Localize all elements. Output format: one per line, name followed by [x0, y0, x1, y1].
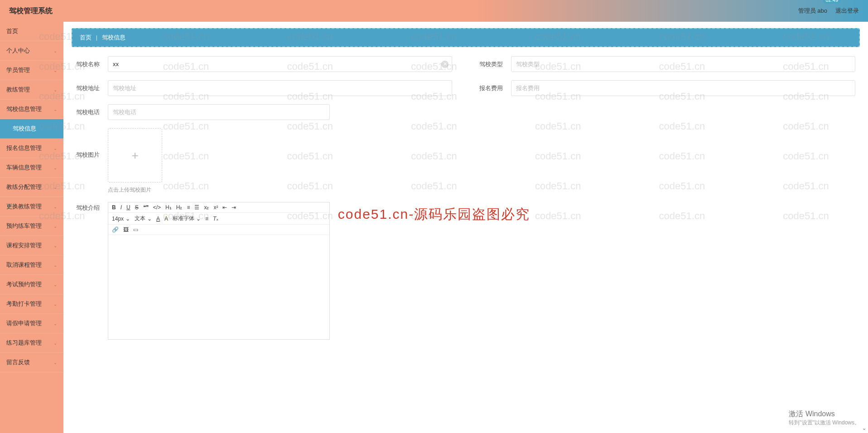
code-icon[interactable]: </> — [153, 204, 161, 211]
breadcrumb-home[interactable]: 首页 — [80, 34, 92, 41]
sidebar-item-7[interactable]: 车辆信息管理⌄ — [0, 158, 63, 178]
sidebar-item-16[interactable]: 练习题库管理⌄ — [0, 333, 63, 353]
user-label[interactable]: 管理员 abo — [798, 7, 827, 15]
chevron-down-icon: ⌄ — [53, 165, 57, 170]
underline-icon[interactable]: U — [126, 204, 130, 211]
sidebar-item-5[interactable]: 驾校信息 — [0, 119, 63, 139]
label-school-address: 驾校地址 — [76, 84, 108, 92]
sidebar-item-label: 车辆信息管理 — [6, 164, 42, 172]
outdent-icon[interactable]: ⇤ — [222, 204, 227, 211]
input-school-name[interactable] — [108, 56, 452, 72]
chevron-down-icon: ⌄ — [53, 360, 57, 365]
unordered-list-icon[interactable]: ☰ — [194, 204, 199, 211]
label-school-name: 驾校名称 — [76, 60, 108, 68]
sidebar-item-label: 留言反馈 — [6, 358, 30, 366]
main-content: 首页 | 驾校信息 驾校名称 ✕ 驾校类型 — [63, 22, 868, 433]
italic-icon[interactable]: I — [121, 204, 122, 211]
sidebar-item-label: 练习题库管理 — [6, 339, 42, 347]
editor-toolbar-3: 🔗 🖼 ▭ — [108, 225, 329, 235]
editor-body[interactable] — [108, 235, 329, 339]
input-fee[interactable] — [511, 80, 855, 96]
upload-box[interactable]: + — [108, 128, 162, 183]
sidebar-item-12[interactable]: 取消课程管理⌄ — [0, 255, 63, 275]
input-school-type[interactable] — [511, 56, 855, 72]
chevron-down-icon: ⌄ — [53, 243, 57, 248]
sidebar-item-label: 课程安排管理 — [6, 241, 42, 250]
chevron-down-icon: ⌄ — [53, 185, 57, 190]
clear-format-icon[interactable]: Tₓ — [213, 216, 218, 222]
chevron-down-icon[interactable]: ⌄ — [862, 425, 866, 431]
sidebar-item-label: 教练管理 — [6, 86, 30, 94]
chevron-down-icon: ⌄ — [53, 263, 57, 268]
sidebar-item-11[interactable]: 课程安排管理⌄ — [0, 236, 63, 255]
label-school-image: 驾校图片 — [76, 128, 108, 159]
sidebar: 首页个人中心⌄学员管理⌄教练管理⌄驾校信息管理⌄驾校信息报名信息管理⌄车辆信息管… — [0, 22, 63, 433]
font-family-select[interactable]: 标准字体 ⌄ — [173, 215, 201, 222]
align-icon[interactable]: ≡ — [205, 216, 208, 222]
sidebar-item-10[interactable]: 预约练车管理⌄ — [0, 216, 63, 236]
indent-icon[interactable]: ⇥ — [231, 204, 236, 211]
sidebar-item-label: 驾校信息 — [13, 125, 36, 133]
sidebar-item-4[interactable]: 驾校信息管理⌄ — [0, 100, 63, 119]
subscript-icon[interactable]: x₂ — [204, 204, 209, 211]
chevron-down-icon: ⌄ — [196, 216, 201, 222]
video-icon[interactable]: ▭ — [133, 226, 138, 233]
sidebar-item-9[interactable]: 更换教练管理⌄ — [0, 197, 63, 216]
logout-link[interactable]: 退出登录 — [835, 7, 859, 15]
sidebar-item-label: 学员管理 — [6, 66, 30, 74]
link-icon[interactable]: 🔗 — [112, 226, 119, 233]
clock-badge: 02:49 — [823, 0, 841, 4]
activate-sub: 转到"设置"以激活 Windows。 — [789, 419, 860, 427]
bold-icon[interactable]: B — [112, 204, 116, 211]
clear-icon[interactable]: ✕ — [441, 61, 448, 68]
sidebar-item-label: 考试预约管理 — [6, 280, 42, 289]
header-right: 02:49 管理员 abo 退出登录 — [798, 7, 859, 15]
chevron-down-icon: ⌄ — [53, 48, 57, 53]
chevron-down-icon: ⌄ — [147, 216, 152, 222]
sidebar-item-13[interactable]: 考试预约管理⌄ — [0, 275, 63, 294]
font-color-icon[interactable]: A — [156, 216, 160, 222]
sidebar-item-6[interactable]: 报名信息管理⌄ — [0, 139, 63, 158]
sidebar-item-0[interactable]: 首页 — [0, 22, 63, 41]
text-type-select[interactable]: 文本 ⌄ — [135, 215, 152, 222]
sidebar-item-label: 取消课程管理 — [6, 261, 42, 269]
sidebar-item-1[interactable]: 个人中心⌄ — [0, 41, 63, 61]
sidebar-item-label: 个人中心 — [6, 47, 30, 55]
sidebar-item-label: 教练分配管理 — [6, 183, 42, 191]
h1-icon[interactable]: H₁ — [165, 204, 172, 211]
superscript-icon[interactable]: x² — [213, 204, 218, 211]
sidebar-item-label: 请假申请管理 — [6, 319, 42, 327]
bg-color-icon[interactable]: A — [164, 216, 168, 222]
chevron-down-icon: ⌄ — [53, 224, 57, 229]
chevron-down-icon: ⌄ — [53, 146, 57, 151]
upload-hint: 点击上传驾校图片 — [108, 186, 162, 194]
chevron-down-icon: ⌄ — [125, 216, 130, 222]
font-size-select[interactable]: 14px ⌄ — [112, 216, 130, 222]
chevron-down-icon: ⌄ — [53, 321, 57, 326]
sidebar-item-8[interactable]: 教练分配管理⌄ — [0, 178, 63, 197]
editor-toolbar: B I U S ❝❞ </> H₁ H₂ ≡ ☰ x₂ x² ⇤ ⇥ — [108, 202, 329, 213]
quote-icon[interactable]: ❝❞ — [143, 204, 149, 211]
label-school-intro: 驾校介绍 — [76, 202, 108, 212]
label-fee: 报名费用 — [479, 84, 511, 92]
sidebar-item-2[interactable]: 学员管理⌄ — [0, 61, 63, 80]
strike-icon[interactable]: S — [135, 204, 139, 211]
image-icon[interactable]: 🖼 — [123, 226, 129, 233]
rich-editor: B I U S ❝❞ </> H₁ H₂ ≡ ☰ x₂ x² ⇤ ⇥ — [108, 202, 330, 340]
label-school-phone: 驾校电话 — [76, 108, 108, 116]
sidebar-item-17[interactable]: 留言反馈⌄ — [0, 353, 63, 372]
input-school-address[interactable] — [108, 80, 452, 96]
h2-icon[interactable]: H₂ — [176, 204, 183, 211]
input-school-phone[interactable] — [108, 104, 330, 120]
chevron-down-icon: ⌄ — [53, 282, 57, 287]
sidebar-item-label: 考勤打卡管理 — [6, 300, 42, 308]
activate-windows: 激活 Windows 转到"设置"以激活 Windows。 — [789, 409, 860, 427]
sidebar-item-15[interactable]: 请假申请管理⌄ — [0, 314, 63, 333]
chevron-down-icon: ⌄ — [53, 302, 57, 307]
chevron-down-icon: ⌄ — [53, 68, 57, 73]
breadcrumb-current: 驾校信息 — [102, 34, 125, 41]
sidebar-item-3[interactable]: 教练管理⌄ — [0, 80, 63, 100]
sidebar-item-14[interactable]: 考勤打卡管理⌄ — [0, 294, 63, 314]
sidebar-item-label: 报名信息管理 — [6, 144, 42, 152]
ordered-list-icon[interactable]: ≡ — [187, 204, 190, 211]
